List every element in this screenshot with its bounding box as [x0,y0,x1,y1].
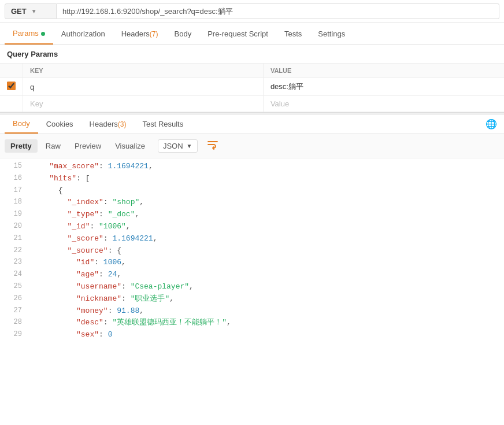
json-line: 23 "id": 1006, [0,257,504,269]
json-token-num: 1006 [103,258,121,267]
json-token-punct: , [227,318,231,327]
line-content: "desc": "英雄联盟德玛西亚！不能躺平！", [31,317,499,329]
json-token-punct: : [99,210,108,219]
line-number: 22 [5,245,22,257]
json-token-punct [31,294,76,303]
url-bar: GET ▼ [0,0,504,23]
json-token-punct: : [99,162,108,171]
json-line: 20 "_id": "1006", [0,221,504,233]
json-line: 15 "max_score": 1.1694221, [0,161,504,173]
line-content: "_type": "_doc", [31,209,499,221]
json-token-punct: : { [108,246,121,255]
line-content: "_score": 1.1694221, [31,233,499,245]
json-token-punct [31,198,67,206]
json-token-punct: , [149,162,153,171]
response-right-actions: 🌐 [486,119,499,130]
method-chevron: ▼ [31,8,37,14]
response-tab-headers[interactable]: Headers(3) [81,115,135,133]
request-tabs-row: Params Authorization Headers(7) Body Pre… [0,23,504,45]
json-line: 24 "age": 24, [0,269,504,281]
json-token-punct: : [121,294,131,303]
json-line: 26 "nickname": "职业选手", [0,293,504,305]
json-token-punct: , [139,306,144,315]
json-token-punct: : [121,282,131,291]
line-content: "sex": 0 [31,329,499,341]
param-key-empty[interactable]: Key [23,96,264,112]
format-btn-raw[interactable]: Raw [40,139,66,153]
tab-headers[interactable]: Headers(7) [113,24,166,44]
format-btn-visualize[interactable]: Visualize [109,139,151,153]
response-tab-testresults[interactable]: Test Results [134,115,191,133]
line-number: 20 [5,221,22,233]
json-token-punct [31,282,76,291]
line-content: { [31,185,499,197]
json-line: 28 "desc": "英雄联盟德玛西亚！不能躺平！", [0,317,504,329]
param-key-0[interactable]: q [23,78,264,96]
line-content: "max_score": 1.1694221, [31,161,499,173]
json-token-punct: : [108,306,117,315]
json-token-punct: : [94,258,103,267]
line-content: "_source": { [31,245,499,257]
json-token-key: "_score" [67,234,103,243]
tab-authorization[interactable]: Authorization [53,24,113,44]
param-checkbox-empty [0,96,23,112]
json-viewer: 15 "max_score": 1.1694221,16 "hits": [17… [0,158,504,343]
json-token-punct [31,246,67,255]
json-token-punct [31,270,76,279]
json-line: 21 "_score": 1.1694221, [0,233,504,245]
json-token-punct [31,306,76,315]
globe-icon[interactable]: 🌐 [486,119,497,129]
tab-tests[interactable]: Tests [276,24,310,44]
line-number: 29 [5,329,22,341]
json-token-num: 1.1694221 [112,234,153,243]
format-type-select[interactable]: JSON ▼ [158,139,198,153]
json-token-punct: : [103,234,113,243]
line-number: 26 [5,293,22,305]
json-token-str: "职业选手" [131,294,170,303]
query-params-header: Query Params [0,45,504,64]
json-line: 16 "hits": [ [0,173,504,185]
tab-prerequest[interactable]: Pre-request Script [199,24,276,44]
json-line: 27 "money": 91.88, [0,305,504,317]
json-token-punct: : [99,330,108,339]
json-token-key: "_id" [67,222,90,231]
wrap-toggle-button[interactable] [203,138,222,154]
line-number: 21 [5,233,22,245]
line-number: 17 [5,185,22,197]
line-number: 18 [5,197,22,209]
json-line: 22 "_source": { [0,245,504,257]
json-token-punct: { [31,186,63,195]
line-number: 27 [5,305,22,317]
json-token-num: 24 [108,270,117,279]
json-token-punct: : [103,198,113,206]
json-token-str: "Csea-player" [131,282,189,291]
json-token-key: "_source" [67,246,108,255]
tab-body[interactable]: Body [166,24,200,44]
line-content: "nickname": "职业选手", [31,293,499,305]
line-number: 25 [5,281,22,293]
param-checkbox-cell[interactable] [0,78,23,96]
json-token-num: 1.1694221 [108,162,149,171]
json-token-punct: , [169,294,174,303]
line-number: 16 [5,173,22,185]
line-content: "id": 1006, [31,257,499,269]
json-token-punct: , [126,222,131,231]
json-token-punct [31,318,76,327]
th-value: VALUE [263,64,504,78]
format-btn-pretty[interactable]: Pretty [5,139,38,153]
param-checkbox-0[interactable] [7,82,16,90]
line-content: "_index": "shop", [31,197,499,209]
param-value-empty[interactable]: Value [263,96,504,112]
response-tab-cookies[interactable]: Cookies [38,115,81,133]
tab-params[interactable]: Params [5,23,53,45]
line-content: "hits": [ [31,173,499,185]
response-tab-body[interactable]: Body [5,114,38,134]
json-token-punct: , [153,234,158,243]
json-token-key: "age" [76,270,99,279]
method-selector[interactable]: GET ▼ [5,3,57,19]
format-btn-preview[interactable]: Preview [69,139,107,153]
param-value-0[interactable]: desc:躺平 [263,78,504,96]
line-number: 15 [5,161,22,173]
url-input[interactable] [57,3,499,19]
tab-settings[interactable]: Settings [310,24,353,44]
